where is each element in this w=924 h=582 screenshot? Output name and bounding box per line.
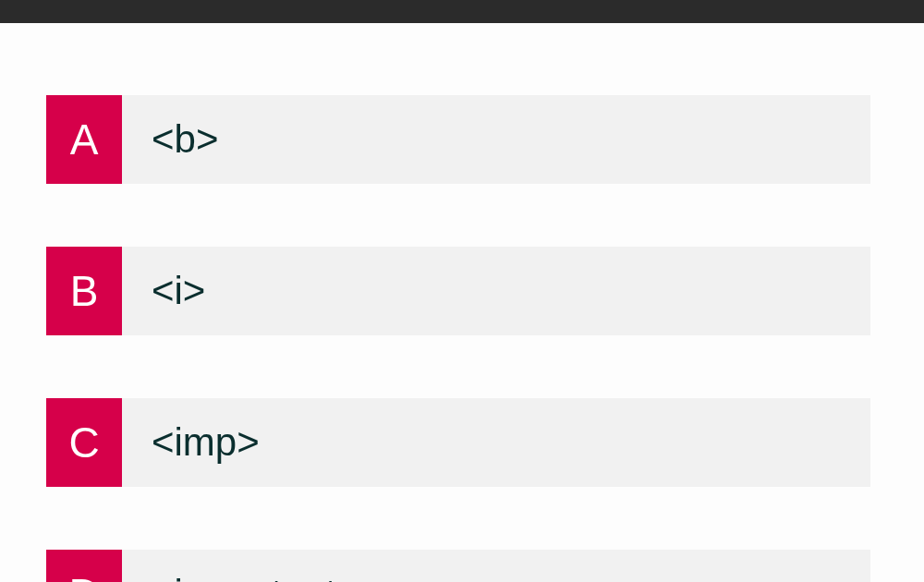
option-text: <imp> [122,398,870,487]
option-text: <important> [122,550,870,582]
option-letter: B [46,247,122,335]
option-b[interactable]: B <i> [46,247,870,335]
option-a[interactable]: A <b> [46,95,870,184]
option-letter: D [46,550,122,582]
top-bar [0,0,924,23]
option-letter: A [46,95,122,184]
option-letter: C [46,398,122,487]
options-list: A <b> B <i> C <imp> D <important> [0,23,924,582]
option-c[interactable]: C <imp> [46,398,870,487]
option-text: <i> [122,247,870,335]
option-d[interactable]: D <important> [46,550,870,582]
option-text: <b> [122,95,870,184]
